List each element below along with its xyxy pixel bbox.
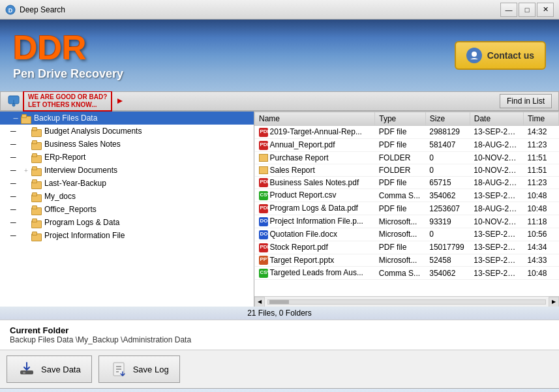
file-name: Sales Report xyxy=(270,166,315,175)
folder-icon xyxy=(21,113,31,123)
tree-item[interactable]: ─ ERp-Report xyxy=(0,151,254,164)
cell-time: 10:48 xyxy=(523,202,558,215)
file-name: Targeted Leads from Aus... xyxy=(270,268,363,277)
cell-date: 10-NOV-2021 xyxy=(470,215,523,228)
save-data-button[interactable]: Save Data xyxy=(7,355,92,383)
svg-text:D: D xyxy=(8,7,13,14)
table-row[interactable]: PPTTarget Report.pptx Microsoft... 52458… xyxy=(255,254,559,267)
file-scroll-container[interactable]: Name Type Size Date Time PDF2019-Target-… xyxy=(254,112,559,296)
folder-icon xyxy=(31,218,42,227)
close-button[interactable]: ✕ xyxy=(537,3,554,17)
table-row[interactable]: PDFStock Report.pdf PDF file 15017799 13… xyxy=(255,241,559,254)
table-row[interactable]: PDFProgram Logs & Data.pdf PDF file 1253… xyxy=(255,202,559,215)
tree-root-label[interactable]: Backup Files Data xyxy=(34,113,97,123)
table-row[interactable]: PDF2019-Target-Annual-Rep... PDF file 29… xyxy=(255,126,559,139)
tree-item[interactable]: ─ Budget Analysis Documents xyxy=(0,125,254,138)
files-count-text: 21 Files, 0 Folders xyxy=(247,309,312,318)
table-row[interactable]: Purchase Report FOLDER 0 10-NOV-2021 11:… xyxy=(255,151,559,164)
tree-item-label[interactable]: Budget Analysis Documents xyxy=(44,127,142,136)
tree-expander[interactable]: + xyxy=(21,165,31,175)
current-folder-label: Current Folder xyxy=(10,325,549,335)
file-name: Target Report.pptx xyxy=(270,256,335,265)
feedback-badge[interactable]: WE ARE GOOD OR BAD? LET OTHERS KNOW... xyxy=(23,91,112,112)
pdf-icon: PDF xyxy=(259,141,268,150)
cell-date: 10-NOV-2021 xyxy=(470,151,523,164)
tree-item[interactable]: ─ My_docs xyxy=(0,190,254,203)
contact-button[interactable]: Contact us xyxy=(455,41,546,70)
tree-item-label[interactable]: Interview Documents xyxy=(44,166,117,175)
cell-date: 13-SEP-2021 xyxy=(470,126,523,139)
horizontal-scrollbar[interactable]: ◀ ▶ xyxy=(254,296,559,307)
directory-tree-panel[interactable]: ─ Backup Files Data ─ Budget Analysis Do… xyxy=(0,112,254,307)
tree-expander[interactable] xyxy=(21,217,31,228)
scroll-thumb[interactable] xyxy=(269,300,289,304)
tree-item[interactable]: ─ Program Logs & Data xyxy=(0,216,254,229)
file-table-body: PDF2019-Target-Annual-Rep... PDF file 29… xyxy=(255,126,559,280)
folder-icon xyxy=(31,127,42,136)
indent-2: ─ xyxy=(10,205,21,214)
table-row[interactable]: DOCQuotation File.docx Microsoft... 0 13… xyxy=(255,228,559,241)
tree-item[interactable]: ─ Office_Reports xyxy=(0,203,254,216)
tree-item-label[interactable]: Last-Year-Backup xyxy=(44,179,106,188)
save-log-label: Save Log xyxy=(133,365,169,374)
tree-expander[interactable] xyxy=(21,178,31,188)
feedback-bar: WE ARE GOOD OR BAD? LET OTHERS KNOW... F… xyxy=(0,91,559,111)
tree-expander[interactable]: ─ xyxy=(10,113,21,123)
folder-icon xyxy=(31,153,42,162)
tree-item[interactable]: ─ Last-Year-Backup xyxy=(0,177,254,190)
tree-expander[interactable] xyxy=(21,204,31,215)
indent-2: ─ xyxy=(10,153,21,162)
tree-item[interactable]: ─ Business Sales Notes xyxy=(0,138,254,151)
cell-size: 581407 xyxy=(425,138,470,151)
tree-item-label[interactable]: Project Information File xyxy=(44,231,125,240)
tree-root-item[interactable]: ─ Backup Files Data xyxy=(0,112,254,125)
tree-item-label[interactable]: Business Sales Notes xyxy=(44,140,121,149)
tree-item[interactable]: ─ + Interview Documents xyxy=(0,164,254,177)
tree-expander[interactable] xyxy=(21,191,31,202)
cell-name: PDFProgram Logs & Data.pdf xyxy=(255,202,375,215)
cell-date: 13-SEP-2021 xyxy=(470,267,523,280)
table-row[interactable]: Sales Report FOLDER 0 10-NOV-2021 11:51 xyxy=(255,164,559,176)
scroll-track[interactable] xyxy=(267,299,546,305)
cell-name: Purchase Report xyxy=(255,151,375,164)
find-in-list-button[interactable]: Find in List xyxy=(500,94,552,108)
tree-item-label[interactable]: ERp-Report xyxy=(44,153,85,162)
file-name: Product Report.csv xyxy=(270,190,337,200)
table-row[interactable]: PDFBusiness Sales Notes.pdf PDF file 657… xyxy=(255,176,559,189)
feedback-left[interactable]: WE ARE GOOD OR BAD? LET OTHERS KNOW... xyxy=(7,91,125,112)
scroll-right-arrow[interactable]: ▶ xyxy=(549,297,559,307)
tree-expander[interactable] xyxy=(21,126,31,136)
tree-item-label[interactable]: Program Logs & Data xyxy=(44,218,119,227)
file-list-panel: Name Type Size Date Time PDF2019-Target-… xyxy=(254,112,559,307)
tree-item-label[interactable]: Office_Reports xyxy=(44,205,97,214)
folder-icon xyxy=(259,166,268,174)
pdf-icon: PDF xyxy=(259,178,268,187)
cell-name: PDFBusiness Sales Notes.pdf xyxy=(255,176,375,189)
app-title: Deep Search xyxy=(20,5,65,14)
cell-date: 18-AUG-2021 xyxy=(470,138,523,151)
file-name: Quotation File.docx xyxy=(270,230,337,239)
file-table-header: Name Type Size Date Time xyxy=(255,112,559,126)
cell-type: Microsoft... xyxy=(375,215,426,228)
action-bar: Save Data Save Log xyxy=(0,350,559,388)
table-row[interactable]: CSVTargeted Leads from Aus... Comma S...… xyxy=(255,267,559,280)
table-row[interactable]: CSVProduct Report.csv Comma S... 354062 … xyxy=(255,189,559,202)
tree-expander[interactable] xyxy=(21,152,31,162)
ddr-logo: DDR xyxy=(13,31,123,65)
tree-expander[interactable] xyxy=(21,139,31,149)
tree-expander[interactable] xyxy=(21,230,31,241)
tree-item-label[interactable]: My_docs xyxy=(44,192,76,201)
cell-size: 354062 xyxy=(425,267,470,280)
file-name: Project Information File.p... xyxy=(270,217,363,226)
cell-date: 13-SEP-2021 xyxy=(470,241,523,254)
table-row[interactable]: PDFAnnual_Report.pdf PDF file 581407 18-… xyxy=(255,138,559,151)
tree-item[interactable]: ─ Project Information File xyxy=(0,229,254,242)
maximize-button[interactable]: □ xyxy=(519,3,536,17)
minimize-button[interactable]: — xyxy=(500,3,517,17)
docx-icon: DOC xyxy=(259,230,268,239)
contact-icon xyxy=(466,48,482,63)
scroll-left-arrow[interactable]: ◀ xyxy=(254,297,265,307)
table-row[interactable]: DOCProject Information File.p... Microso… xyxy=(255,215,559,228)
save-log-button[interactable]: Save Log xyxy=(98,355,180,383)
cell-type: Comma S... xyxy=(375,267,426,280)
